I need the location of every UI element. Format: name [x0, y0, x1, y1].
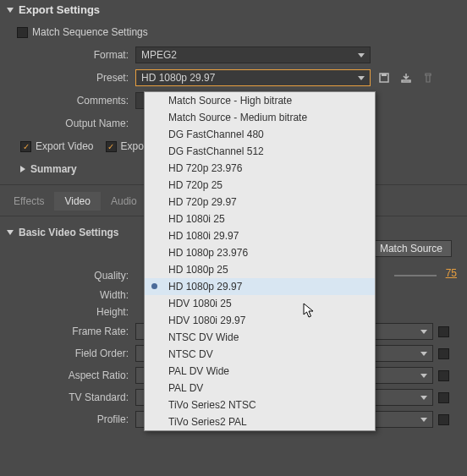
preset-option[interactable]: TiVo Series2 NTSC — [145, 397, 375, 413]
preset-option[interactable]: Match Source - High bitrate — [145, 92, 375, 109]
preset-option[interactable]: HD 720p 25 — [145, 177, 375, 194]
preset-option[interactable]: HD 1080p 25 — [145, 261, 375, 278]
chevron-down-icon — [358, 53, 365, 57]
preset-option[interactable]: NTSC DV Wide — [145, 329, 375, 346]
checkbox-icon: ✓ — [106, 141, 117, 152]
quality-slider[interactable] — [394, 275, 437, 276]
basic-video-heading: Basic Video Settings — [19, 227, 118, 238]
height-label: Height: — [7, 306, 135, 318]
preset-options-popup: Match Source - High bitrateMatch Source … — [144, 91, 376, 431]
quality-value[interactable]: 75 — [446, 267, 457, 279]
preset-value: HD 1080p 29.97 — [141, 72, 215, 84]
panel-title: Export Settings — [19, 3, 100, 16]
tv-standard-match-checkbox[interactable] — [438, 392, 449, 403]
import-icon — [400, 72, 412, 84]
chevron-down-icon — [420, 330, 427, 334]
tv-standard-label: TV Standard: — [7, 391, 135, 403]
preset-option[interactable]: HD 1080p 23.976 — [145, 244, 375, 261]
preset-option[interactable]: TiVo Series2 PAL — [145, 413, 375, 430]
chevron-down-icon — [420, 352, 427, 356]
field-order-match-checkbox[interactable] — [438, 348, 449, 359]
export-video-checkbox[interactable]: ✓ Export Video — [20, 140, 94, 152]
delete-preset-button — [420, 69, 437, 86]
preset-label: Preset: — [0, 72, 135, 84]
chevron-down-icon — [358, 76, 365, 80]
aspect-ratio-label: Aspect Ratio: — [7, 369, 135, 381]
comments-label: Comments: — [0, 95, 135, 107]
preset-option[interactable]: HD 1080i 29.97 — [145, 227, 375, 244]
preset-option[interactable]: DG FastChannel 512 — [145, 143, 375, 160]
save-icon — [378, 72, 390, 84]
match-sequence-label: Match Sequence Settings — [32, 26, 148, 38]
preset-dropdown[interactable]: HD 1080p 29.97 — [135, 69, 371, 86]
checkbox-icon — [17, 27, 28, 38]
format-label: Format: — [0, 49, 135, 61]
preset-option[interactable]: PAL DV — [145, 380, 375, 397]
width-label: Width: — [7, 289, 135, 301]
preset-option[interactable]: HD 720p 29.97 — [145, 194, 375, 211]
frame-rate-label: Frame Rate: — [7, 326, 135, 337]
preset-option[interactable]: PAL DV Wide — [145, 363, 375, 380]
aspect-ratio-match-checkbox[interactable] — [438, 370, 449, 381]
import-preset-button[interactable] — [398, 69, 415, 86]
tab-effects[interactable]: Effects — [3, 192, 54, 211]
export-settings-header: Export Settings — [0, 0, 467, 19]
disclosure-triangle-icon[interactable] — [20, 166, 25, 172]
preset-option[interactable]: HD 1080i 25 — [145, 211, 375, 227]
svg-rect-1 — [382, 74, 387, 76]
chevron-down-icon — [420, 396, 427, 400]
preset-option[interactable]: HDV 1080i 29.97 — [145, 312, 375, 329]
chevron-down-icon — [420, 374, 427, 378]
chevron-down-icon — [420, 418, 427, 422]
match-source-button[interactable]: Match Source — [371, 240, 452, 257]
checkbox-icon: ✓ — [20, 141, 31, 152]
field-order-label: Field Order: — [7, 347, 135, 359]
frame-rate-match-checkbox[interactable] — [438, 326, 449, 337]
preset-option[interactable]: HD 1080p 29.97 — [145, 278, 375, 295]
preset-option[interactable]: DG FastChannel 480 — [145, 126, 375, 143]
trash-icon — [422, 72, 434, 84]
preset-option[interactable]: HD 720p 23.976 — [145, 160, 375, 177]
tab-audio[interactable]: Audio — [101, 192, 147, 211]
profile-match-checkbox[interactable] — [438, 414, 449, 425]
tab-video[interactable]: Video — [54, 192, 100, 211]
export-audio-checkbox[interactable]: ✓ Expor — [106, 140, 147, 152]
format-dropdown[interactable]: MPEG2 — [135, 47, 371, 63]
save-preset-button[interactable] — [376, 69, 393, 86]
export-video-label: Export Video — [36, 140, 94, 152]
format-value: MPEG2 — [141, 49, 177, 61]
profile-label: Profile: — [7, 413, 135, 425]
disclosure-triangle-icon[interactable] — [7, 230, 14, 235]
summary-label: Summary — [30, 163, 77, 175]
output-name-label: Output Name: — [0, 118, 135, 129]
preset-option[interactable]: HDV 1080i 25 — [145, 295, 375, 312]
preset-option[interactable]: NTSC DV — [145, 346, 375, 363]
match-sequence-checkbox[interactable]: Match Sequence Settings — [17, 26, 148, 38]
preset-option[interactable]: Match Source - Medium bitrate — [145, 109, 375, 126]
quality-label: Quality: — [7, 270, 135, 282]
disclosure-triangle-icon[interactable] — [7, 8, 14, 13]
